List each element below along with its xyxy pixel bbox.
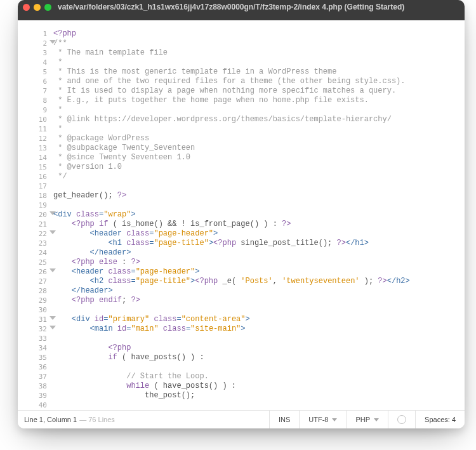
code-line[interactable]: <header class="page-header"> xyxy=(53,229,465,239)
line-number: 1 xyxy=(18,29,53,39)
line-number: 30 xyxy=(18,305,53,315)
line-number: 18 xyxy=(18,191,53,201)
code-line[interactable]: */ xyxy=(53,172,465,182)
code-line[interactable]: <header class="page-header"> xyxy=(53,267,465,277)
line-number: 6 xyxy=(18,77,53,86)
chevron-down-icon xyxy=(374,418,379,421)
code-line[interactable] xyxy=(53,201,465,210)
line-count: — 76 Lines xyxy=(79,416,115,423)
line-number: 36 xyxy=(18,362,53,372)
line-number: 40 xyxy=(18,400,53,410)
line-number: 5 xyxy=(18,67,53,77)
code-line[interactable]: </header> xyxy=(53,248,465,258)
line-number: 11 xyxy=(18,124,53,134)
encoding-selector[interactable]: UTF-8 xyxy=(299,411,346,428)
line-number: 39 xyxy=(18,391,53,400)
line-number: 17 xyxy=(18,182,53,191)
code-line[interactable]: <h2 class="page-title"><?php _e( 'Posts'… xyxy=(53,277,465,286)
line-number: 15 xyxy=(18,162,53,172)
line-number: 19 xyxy=(18,201,53,210)
line-number: 32 xyxy=(18,324,53,334)
code-line[interactable]: * xyxy=(53,105,465,115)
line-number: 21 xyxy=(18,220,53,229)
code-line[interactable]: * @version 1.0 xyxy=(53,162,465,172)
code-line[interactable]: <div class="wrap"> xyxy=(53,210,465,220)
code-line[interactable]: * and one of the two required files for … xyxy=(53,77,465,86)
line-number: 33 xyxy=(18,334,53,343)
code-line[interactable]: </header> xyxy=(53,286,465,296)
line-number: 25 xyxy=(18,258,53,267)
line-number: 37 xyxy=(18,372,53,381)
line-number: 35 xyxy=(18,353,53,362)
line-number: 28 xyxy=(18,286,53,296)
cursor-text: Line 1, Column 1 xyxy=(24,416,77,423)
code-line[interactable]: <?php if ( is_home() && ! is_front_page(… xyxy=(53,220,465,229)
language-selector[interactable]: PHP xyxy=(346,411,388,428)
code-line[interactable]: if ( have_posts() ) : xyxy=(53,353,465,362)
code-line[interactable]: while ( have_posts() ) : xyxy=(53,381,465,391)
code-line[interactable]: /** xyxy=(53,39,465,48)
code-line[interactable]: <?php endif; ?> xyxy=(53,296,465,305)
line-number: 27 xyxy=(18,277,53,286)
close-icon[interactable] xyxy=(23,4,30,11)
line-number: 26 xyxy=(18,267,53,277)
code-line[interactable] xyxy=(53,362,465,372)
window-title: vate/var/folders/03/czk1_h1s1wx616jj4v17… xyxy=(58,3,459,11)
code-line[interactable]: * @link https://developer.wordpress.org/… xyxy=(53,115,465,124)
line-number-gutter: 1234567891011121314151617181920212223242… xyxy=(18,20,53,410)
path-bar xyxy=(18,14,465,20)
line-number: 3 xyxy=(18,48,53,58)
line-number: 4 xyxy=(18,58,53,67)
code-line[interactable]: * The main template file xyxy=(53,48,465,58)
indent-selector[interactable]: Spaces: 4 xyxy=(415,411,465,428)
line-number: 24 xyxy=(18,248,53,258)
code-line[interactable]: <main id="main" class="site-main"> xyxy=(53,324,465,334)
line-number: 16 xyxy=(18,172,53,182)
code-area[interactable]: <?php/** * The main template file * * Th… xyxy=(53,20,465,410)
line-number: 22 xyxy=(18,229,53,239)
code-line[interactable]: <?php xyxy=(53,29,465,39)
code-line[interactable]: get_header(); ?> xyxy=(53,191,465,201)
line-number: 14 xyxy=(18,153,53,162)
code-line[interactable]: * @since Twenty Seventeen 1.0 xyxy=(53,153,465,162)
line-number: 20 xyxy=(18,210,53,220)
status-bar: Line 1, Column 1 — 76 Lines INS UTF-8 PH… xyxy=(18,410,465,428)
code-line[interactable]: * xyxy=(53,124,465,134)
code-line[interactable]: // Start the Loop. xyxy=(53,372,465,381)
code-editor[interactable]: 1234567891011121314151617181920212223242… xyxy=(18,20,465,410)
code-line[interactable]: * It is used to display a page when noth… xyxy=(53,86,465,96)
cursor-position: Line 1, Column 1 — 76 Lines xyxy=(18,411,269,428)
line-number: 12 xyxy=(18,134,53,143)
code-line[interactable] xyxy=(53,400,465,410)
maximize-icon[interactable] xyxy=(44,4,51,11)
code-line[interactable]: <h1 class="page-title"><?php single_post… xyxy=(53,239,465,248)
code-line[interactable] xyxy=(53,305,465,315)
code-line[interactable]: the_post(); xyxy=(53,391,465,400)
line-number: 23 xyxy=(18,239,53,248)
line-number: 38 xyxy=(18,381,53,391)
line-number: 31 xyxy=(18,315,53,324)
line-number: 10 xyxy=(18,115,53,124)
linting-indicator[interactable] xyxy=(388,411,415,428)
code-line[interactable]: * E.g., it puts together the home page w… xyxy=(53,96,465,105)
insert-mode[interactable]: INS xyxy=(269,411,299,428)
code-line[interactable] xyxy=(53,334,465,343)
minimize-icon[interactable] xyxy=(34,4,41,11)
editor-window: vate/var/folders/03/czk1_h1s1wx616jj4v17… xyxy=(18,0,465,428)
line-number: 7 xyxy=(18,86,53,96)
line-number: 13 xyxy=(18,143,53,153)
code-line[interactable]: <?php else : ?> xyxy=(53,258,465,267)
circle-icon xyxy=(397,415,406,424)
code-line[interactable]: * xyxy=(53,58,465,67)
line-number: 2 xyxy=(18,39,53,48)
chevron-down-icon xyxy=(332,418,337,421)
code-line[interactable]: * This is the most generic template file… xyxy=(53,67,465,77)
code-line[interactable]: <div id="primary" class="content-area"> xyxy=(53,315,465,324)
code-line[interactable]: <?php xyxy=(53,343,465,353)
line-number: 29 xyxy=(18,296,53,305)
line-number: 34 xyxy=(18,343,53,353)
code-line[interactable]: * @subpackage Twenty_Seventeen xyxy=(53,143,465,153)
code-line[interactable]: * @package WordPress xyxy=(53,134,465,143)
titlebar: vate/var/folders/03/czk1_h1s1wx616jj4v17… xyxy=(18,0,465,14)
code-line[interactable] xyxy=(53,182,465,191)
